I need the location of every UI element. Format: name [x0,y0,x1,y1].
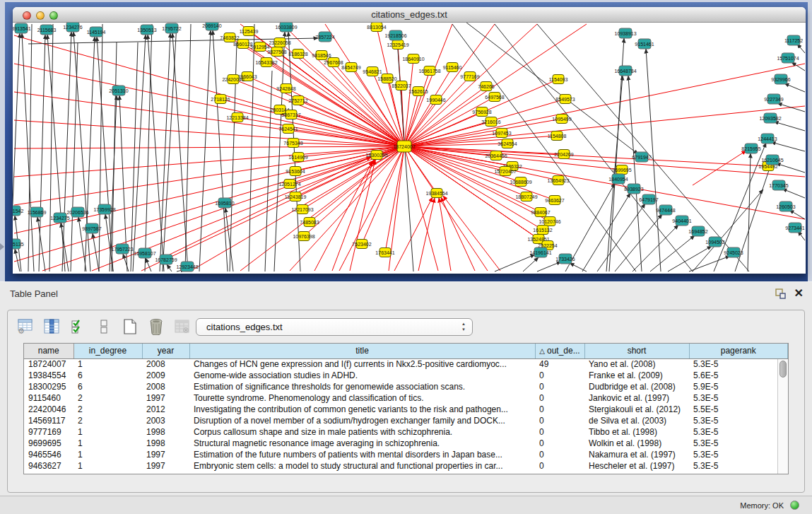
table-row[interactable]: 911546021997Tourette syndrome. Phenomeno… [24,392,788,404]
table-cell[interactable]: 0 [535,415,584,426]
select-checks-icon[interactable] [69,318,87,335]
table-cell[interactable]: Estimation of significance thresholds fo… [189,381,535,392]
table-cell[interactable]: 5.3E-5 [689,358,788,370]
col-header-pagerank[interactable]: pagerank [689,344,788,358]
table-cell[interactable]: 22420046 [24,404,73,415]
col-header-title[interactable]: title [189,344,535,358]
table-cell[interactable]: 2009 [142,370,189,381]
table-cell[interactable]: 49 [535,358,584,370]
table-cell[interactable]: 5.3E-5 [689,438,788,449]
trash-icon[interactable] [147,318,165,335]
table-cell[interactable]: Investigating the contribution of common… [189,404,535,415]
table-row[interactable]: 946554611997Estimation of the future num… [24,449,788,460]
table-cell[interactable]: 0 [535,449,584,460]
table-selector-combobox[interactable]: citations_edges.txt ▲▼ [196,318,473,336]
table-cell[interactable]: 2008 [142,358,189,370]
table-cell[interactable]: Corpus callosum shape and size in male p… [189,426,535,438]
network-view-window[interactable]: citations_edges.txt 18724007746382286601… [13,7,806,274]
col-header-year[interactable]: year [142,344,189,358]
column-pair-icon[interactable] [95,318,113,335]
table-row[interactable]: 969969511998Structural magnetic resonanc… [24,438,788,449]
table-cell[interactable]: 1 [73,426,142,438]
table-cell[interactable]: 1 [73,358,142,370]
window-titlebar[interactable]: citations_edges.txt [13,7,806,23]
table-cell[interactable]: 1997 [142,449,189,460]
table-cell[interactable]: 1997 [142,392,189,404]
table-cell[interactable]: 1998 [142,426,189,438]
table-cell[interactable]: 2 [73,415,142,426]
table-cell[interactable]: Genome-wide association studies in ADHD. [189,370,535,381]
table-row[interactable]: 1872400712008Changes of HCN gene express… [24,358,788,370]
table-row[interactable]: 1456911722003Disruption of a novel membe… [24,415,788,426]
table-cell[interactable]: Embryonic stem cells: a model to study s… [189,460,535,472]
citation-network-graph[interactable]: 1872400774638228660128591295423226058982… [13,23,806,272]
table-cell[interactable]: Estimation of the future numbers of pati… [189,449,535,460]
col-header-in-degree[interactable]: in_degree [73,344,142,358]
table-cell[interactable]: Wolkin et al. (1998) [584,438,689,449]
table-cell[interactable]: Dudbridge et al. (2008) [584,381,689,392]
table-cell[interactable]: 2008 [142,381,189,392]
table-cell[interactable]: 0 [535,460,584,472]
table-cell[interactable]: 9115460 [24,392,73,404]
table-cell[interactable]: 0 [535,370,584,381]
table-cell[interactable]: 1 [73,449,142,460]
table-cell[interactable]: Hescheler et al. (1997) [584,460,689,472]
col-header-short[interactable]: short [584,344,689,358]
table-cell[interactable]: 1998 [142,438,189,449]
table-cell[interactable]: Yano et al. (2008) [584,358,689,370]
table-cell[interactable]: 0 [535,438,584,449]
left-splitter-arrow[interactable] [0,243,4,250]
table-cell[interactable]: 6 [73,381,142,392]
table-cell[interactable]: 14569117 [24,415,73,426]
table-cell[interactable]: 6 [73,370,142,381]
table-cell[interactable]: Jankovic et al. (1997) [584,392,689,404]
table-cell[interactable]: Structural magnetic resonance image aver… [189,438,535,449]
table-cell[interactable]: 0 [535,381,584,392]
table-cell[interactable]: 9699695 [24,438,73,449]
table-cell[interactable]: 9463627 [24,460,73,472]
table-cell[interactable]: 18300295 [24,381,73,392]
table-cell[interactable]: 5.3E-5 [689,426,788,438]
table-options-icon[interactable]: ⚙ [16,318,35,335]
network-canvas[interactable]: 1872400774638228660128591295423226058982… [13,23,806,272]
table-cell[interactable]: 2 [73,392,142,404]
table-header-row[interactable]: name in_degree year title △out_de... sho… [24,344,788,358]
table-cell[interactable]: 1997 [142,460,189,472]
table-cell[interactable]: 1 [73,438,142,449]
table-cell[interactable]: 18724007 [24,358,73,370]
table-scrollbar[interactable] [777,359,788,474]
float-window-icon[interactable] [775,288,786,299]
table-cell[interactable]: 0 [535,392,584,404]
table-cell[interactable]: 9777169 [24,426,73,438]
table-row[interactable]: 2242004622012Investigating the contribut… [24,404,788,415]
table-row[interactable]: 946362711997Embryonic stem cells: a mode… [24,460,788,472]
table-cell[interactable]: 5.3E-5 [689,460,788,472]
close-icon[interactable]: ✕ [794,288,804,299]
col-header-name[interactable]: name [24,344,73,358]
table-cell[interactable]: Changes of HCN gene expression and I(f) … [189,358,535,370]
table-cell[interactable]: 2003 [142,415,189,426]
new-table-icon[interactable] [121,318,139,335]
table-cell[interactable]: 2 [73,404,142,415]
col-header-out-degree[interactable]: △out_de... [535,344,584,358]
table-cell[interactable]: 1 [73,460,142,472]
table-cell[interactable]: 5.6E-5 [689,370,788,381]
table-cell[interactable]: 5.9E-5 [689,381,788,392]
table-cell[interactable]: Disruption of a novel member of a sodium… [189,415,535,426]
column-visibility-icon[interactable] [42,318,61,335]
table-cell[interactable]: de Silva et al. (2003) [584,415,689,426]
table-cell[interactable]: 5.3E-5 [689,392,788,404]
table-cell[interactable]: 5.3E-5 [689,415,788,426]
table-row[interactable]: 1938455462009Genome-wide association stu… [24,370,788,381]
table-cell[interactable]: 0 [535,426,584,438]
table-row[interactable]: 977716911998Corpus callosum shape and si… [24,426,788,438]
table-cell[interactable]: 0 [535,404,584,415]
table-row[interactable]: 1830029562008Estimation of significance … [24,381,788,392]
table-cell[interactable]: Nakamura et al. (1997) [584,449,689,460]
node-table[interactable]: name in_degree year title △out_de... sho… [23,343,789,474]
table-cell[interactable]: Franke et al. (2009) [584,370,689,381]
table-cell[interactable]: 9465546 [24,449,73,460]
table-cell[interactable]: 19384554 [24,370,73,381]
table-cell[interactable]: Tourette syndrome. Phenomenology and cla… [189,392,535,404]
scrollbar-thumb[interactable] [779,361,787,378]
